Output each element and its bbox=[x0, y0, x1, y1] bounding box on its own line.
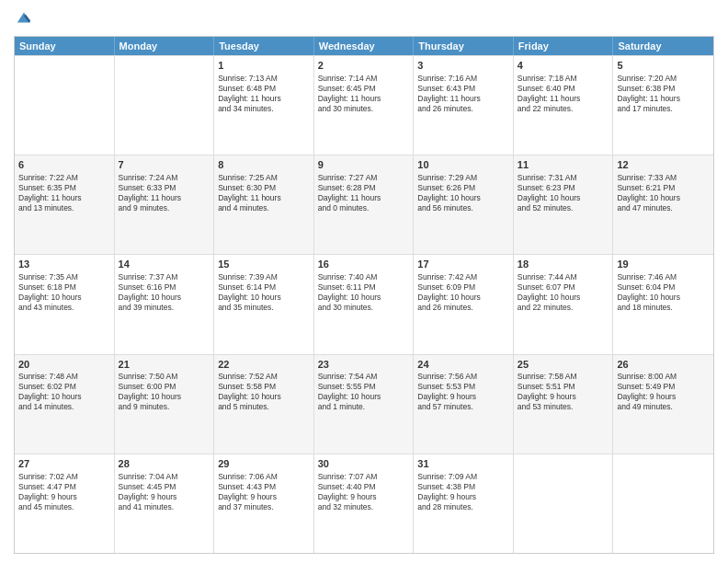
calendar-cell: 1Sunrise: 7:13 AM Sunset: 6:48 PM Daylig… bbox=[214, 56, 314, 155]
calendar-cell: 25Sunrise: 7:58 AM Sunset: 5:51 PM Dayli… bbox=[514, 355, 614, 454]
cell-detail: Sunrise: 7:14 AM Sunset: 6:45 PM Dayligh… bbox=[318, 74, 410, 114]
day-number: 22 bbox=[218, 358, 310, 372]
calendar-cell: 12Sunrise: 7:33 AM Sunset: 6:21 PM Dayli… bbox=[613, 155, 713, 254]
calendar-cell bbox=[613, 454, 713, 553]
cell-detail: Sunrise: 7:20 AM Sunset: 6:38 PM Dayligh… bbox=[617, 74, 710, 114]
calendar-cell: 11Sunrise: 7:31 AM Sunset: 6:23 PM Dayli… bbox=[514, 155, 614, 254]
calendar-row-4: 20Sunrise: 7:48 AM Sunset: 6:02 PM Dayli… bbox=[15, 354, 713, 454]
calendar-cell: 3Sunrise: 7:16 AM Sunset: 6:43 PM Daylig… bbox=[414, 56, 514, 155]
calendar-cell: 20Sunrise: 7:48 AM Sunset: 6:02 PM Dayli… bbox=[15, 355, 115, 454]
calendar-cell: 19Sunrise: 7:46 AM Sunset: 6:04 PM Dayli… bbox=[613, 255, 713, 353]
calendar-row-3: 13Sunrise: 7:35 AM Sunset: 6:18 PM Dayli… bbox=[15, 254, 713, 353]
logo-icon bbox=[16, 9, 32, 26]
calendar-cell: 31Sunrise: 7:09 AM Sunset: 4:38 PM Dayli… bbox=[414, 454, 514, 553]
cell-detail: Sunrise: 7:48 AM Sunset: 6:02 PM Dayligh… bbox=[18, 372, 110, 412]
day-header-sunday: Sunday bbox=[15, 37, 115, 55]
day-number: 10 bbox=[417, 158, 509, 172]
calendar-cell: 10Sunrise: 7:29 AM Sunset: 6:26 PM Dayli… bbox=[414, 155, 514, 254]
cell-detail: Sunrise: 7:24 AM Sunset: 6:33 PM Dayligh… bbox=[119, 173, 210, 213]
calendar-cell: 9Sunrise: 7:27 AM Sunset: 6:28 PM Daylig… bbox=[314, 155, 415, 254]
calendar-cell: 15Sunrise: 7:39 AM Sunset: 6:14 PM Dayli… bbox=[214, 255, 314, 353]
day-number: 13 bbox=[18, 258, 110, 271]
day-number: 23 bbox=[318, 358, 410, 372]
calendar-cell: 18Sunrise: 7:44 AM Sunset: 6:07 PM Dayli… bbox=[514, 255, 614, 353]
day-number: 30 bbox=[318, 457, 410, 471]
cell-detail: Sunrise: 7:04 AM Sunset: 4:45 PM Dayligh… bbox=[119, 472, 210, 512]
day-header-saturday: Saturday bbox=[613, 37, 713, 55]
cell-detail: Sunrise: 7:37 AM Sunset: 6:16 PM Dayligh… bbox=[119, 272, 210, 313]
day-number: 25 bbox=[518, 358, 609, 372]
day-number: 1 bbox=[218, 59, 310, 73]
cell-detail: Sunrise: 7:06 AM Sunset: 4:43 PM Dayligh… bbox=[218, 472, 310, 512]
calendar-cell: 30Sunrise: 7:07 AM Sunset: 4:40 PM Dayli… bbox=[314, 454, 415, 553]
calendar-cell: 17Sunrise: 7:42 AM Sunset: 6:09 PM Dayli… bbox=[414, 255, 514, 353]
cell-detail: Sunrise: 7:18 AM Sunset: 6:40 PM Dayligh… bbox=[518, 74, 609, 114]
cell-detail: Sunrise: 7:31 AM Sunset: 6:23 PM Dayligh… bbox=[518, 173, 609, 213]
cell-detail: Sunrise: 7:27 AM Sunset: 6:28 PM Dayligh… bbox=[318, 173, 410, 213]
calendar-cell: 27Sunrise: 7:02 AM Sunset: 4:47 PM Dayli… bbox=[15, 454, 115, 553]
calendar-cell: 14Sunrise: 7:37 AM Sunset: 6:16 PM Dayli… bbox=[115, 255, 215, 353]
day-header-tuesday: Tuesday bbox=[214, 37, 314, 55]
cell-detail: Sunrise: 7:07 AM Sunset: 4:40 PM Dayligh… bbox=[318, 472, 410, 512]
calendar-cell: 23Sunrise: 7:54 AM Sunset: 5:55 PM Dayli… bbox=[314, 355, 415, 454]
cell-detail: Sunrise: 7:16 AM Sunset: 6:43 PM Dayligh… bbox=[417, 74, 509, 114]
day-number: 9 bbox=[318, 158, 410, 172]
cell-detail: Sunrise: 7:09 AM Sunset: 4:38 PM Dayligh… bbox=[417, 472, 509, 512]
day-number: 12 bbox=[617, 158, 710, 172]
day-number: 27 bbox=[18, 457, 110, 471]
calendar-row-2: 6Sunrise: 7:22 AM Sunset: 6:35 PM Daylig… bbox=[15, 155, 713, 254]
cell-detail: Sunrise: 7:13 AM Sunset: 6:48 PM Dayligh… bbox=[218, 74, 310, 114]
cell-detail: Sunrise: 7:29 AM Sunset: 6:26 PM Dayligh… bbox=[417, 173, 509, 213]
day-number: 3 bbox=[417, 59, 509, 73]
cell-detail: Sunrise: 7:46 AM Sunset: 6:04 PM Dayligh… bbox=[617, 272, 710, 313]
cell-detail: Sunrise: 7:40 AM Sunset: 6:11 PM Dayligh… bbox=[318, 272, 410, 313]
day-number: 19 bbox=[617, 258, 710, 271]
day-number: 18 bbox=[518, 258, 609, 271]
calendar-cell: 29Sunrise: 7:06 AM Sunset: 4:43 PM Dayli… bbox=[214, 454, 314, 553]
cell-detail: Sunrise: 7:42 AM Sunset: 6:09 PM Dayligh… bbox=[417, 272, 509, 313]
calendar-cell: 5Sunrise: 7:20 AM Sunset: 6:38 PM Daylig… bbox=[613, 56, 713, 155]
day-number: 5 bbox=[617, 59, 710, 73]
header bbox=[14, 9, 714, 30]
calendar-cell: 13Sunrise: 7:35 AM Sunset: 6:18 PM Dayli… bbox=[15, 255, 115, 353]
calendar-cell: 28Sunrise: 7:04 AM Sunset: 4:45 PM Dayli… bbox=[115, 454, 215, 553]
day-header-wednesday: Wednesday bbox=[314, 37, 415, 55]
cell-detail: Sunrise: 7:54 AM Sunset: 5:55 PM Dayligh… bbox=[318, 372, 410, 412]
logo-text bbox=[14, 9, 32, 30]
page: SundayMondayTuesdayWednesdayThursdayFrid… bbox=[0, 0, 728, 563]
day-number: 21 bbox=[119, 358, 210, 372]
day-number: 2 bbox=[318, 59, 410, 73]
calendar-cell: 16Sunrise: 7:40 AM Sunset: 6:11 PM Dayli… bbox=[314, 255, 415, 353]
day-number: 28 bbox=[119, 457, 210, 471]
day-number: 20 bbox=[18, 358, 110, 372]
calendar-cell bbox=[514, 454, 614, 553]
cell-detail: Sunrise: 7:25 AM Sunset: 6:30 PM Dayligh… bbox=[218, 173, 310, 213]
cell-detail: Sunrise: 7:44 AM Sunset: 6:07 PM Dayligh… bbox=[518, 272, 609, 313]
day-number: 29 bbox=[218, 457, 310, 471]
day-number: 26 bbox=[617, 358, 710, 372]
calendar-cell: 8Sunrise: 7:25 AM Sunset: 6:30 PM Daylig… bbox=[214, 155, 314, 254]
calendar-cell: 26Sunrise: 8:00 AM Sunset: 5:49 PM Dayli… bbox=[613, 355, 713, 454]
cell-detail: Sunrise: 8:00 AM Sunset: 5:49 PM Dayligh… bbox=[617, 372, 710, 412]
day-number: 16 bbox=[318, 258, 410, 271]
calendar-cell bbox=[15, 56, 115, 155]
day-header-monday: Monday bbox=[115, 37, 215, 55]
cell-detail: Sunrise: 7:52 AM Sunset: 5:58 PM Dayligh… bbox=[218, 372, 310, 412]
cell-detail: Sunrise: 7:33 AM Sunset: 6:21 PM Dayligh… bbox=[617, 173, 710, 213]
cell-detail: Sunrise: 7:22 AM Sunset: 6:35 PM Dayligh… bbox=[18, 173, 110, 213]
day-header-friday: Friday bbox=[514, 37, 614, 55]
calendar: SundayMondayTuesdayWednesdayThursdayFrid… bbox=[14, 36, 714, 554]
calendar-body: 1Sunrise: 7:13 AM Sunset: 6:48 PM Daylig… bbox=[15, 55, 713, 553]
cell-detail: Sunrise: 7:02 AM Sunset: 4:47 PM Dayligh… bbox=[18, 472, 110, 512]
day-header-thursday: Thursday bbox=[414, 37, 514, 55]
calendar-row-5: 27Sunrise: 7:02 AM Sunset: 4:47 PM Dayli… bbox=[15, 454, 713, 553]
day-number: 8 bbox=[218, 158, 310, 172]
calendar-row-1: 1Sunrise: 7:13 AM Sunset: 6:48 PM Daylig… bbox=[15, 55, 713, 155]
day-number: 15 bbox=[218, 258, 310, 271]
day-number: 24 bbox=[417, 358, 509, 372]
logo bbox=[14, 9, 32, 30]
calendar-cell: 2Sunrise: 7:14 AM Sunset: 6:45 PM Daylig… bbox=[314, 56, 415, 155]
cell-detail: Sunrise: 7:58 AM Sunset: 5:51 PM Dayligh… bbox=[518, 372, 609, 412]
calendar-cell bbox=[115, 56, 215, 155]
calendar-header: SundayMondayTuesdayWednesdayThursdayFrid… bbox=[15, 37, 713, 55]
